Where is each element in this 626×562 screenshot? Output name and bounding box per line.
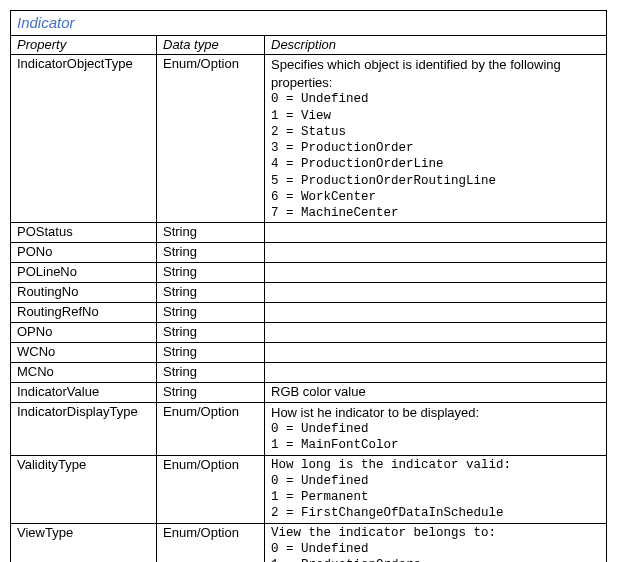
enum-line: 0 = Undefined bbox=[271, 473, 600, 489]
cell-description: How long is the indicator valid: 0 = Und… bbox=[265, 455, 607, 523]
cell-description bbox=[265, 243, 607, 263]
desc-intro: How long is the indicator valid: bbox=[271, 457, 600, 473]
cell-datatype: String bbox=[157, 322, 265, 342]
cell-property: WCNo bbox=[11, 342, 157, 362]
col-header-description: Description bbox=[265, 35, 607, 55]
cell-property: RoutingRefNo bbox=[11, 303, 157, 323]
enum-line: 0 = Undefined bbox=[271, 421, 600, 437]
cell-description: Specifies which object is identified by … bbox=[265, 55, 607, 223]
cell-property: POStatus bbox=[11, 223, 157, 243]
row-wcno: WCNo String bbox=[11, 342, 607, 362]
cell-description bbox=[265, 283, 607, 303]
desc-intro: Specifies which object is identified by … bbox=[271, 56, 600, 91]
cell-property: ValidityType bbox=[11, 455, 157, 523]
cell-property: MCNo bbox=[11, 362, 157, 382]
cell-datatype: Enum/Option bbox=[157, 523, 265, 562]
enum-line: 1 = View bbox=[271, 108, 600, 124]
enum-line: 3 = ProductionOrder bbox=[271, 140, 600, 156]
desc-intro: How ist he indicator to be displayed: bbox=[271, 404, 600, 422]
table-title: Indicator bbox=[11, 11, 607, 36]
cell-description: RGB color value bbox=[265, 382, 607, 402]
enum-line: 2 = Status bbox=[271, 124, 600, 140]
cell-datatype: String bbox=[157, 243, 265, 263]
cell-property: RoutingNo bbox=[11, 283, 157, 303]
cell-description: View the indicator belongs to: 0 = Undef… bbox=[265, 523, 607, 562]
enum-line: 7 = MachineCenter bbox=[271, 205, 600, 221]
cell-datatype: String bbox=[157, 263, 265, 283]
cell-property: POLineNo bbox=[11, 263, 157, 283]
cell-property: IndicatorValue bbox=[11, 382, 157, 402]
row-routingno: RoutingNo String bbox=[11, 283, 607, 303]
cell-property: PONo bbox=[11, 243, 157, 263]
row-polineno: POLineNo String bbox=[11, 263, 607, 283]
enum-line: 1 = Permanent bbox=[271, 489, 600, 505]
cell-datatype: Enum/Option bbox=[157, 455, 265, 523]
enum-line: 1 = ProductionOrders bbox=[271, 557, 600, 562]
row-pono: PONo String bbox=[11, 243, 607, 263]
enum-line: 0 = Undefined bbox=[271, 541, 600, 557]
cell-description bbox=[265, 342, 607, 362]
enum-line: 5 = ProductionOrderRoutingLine bbox=[271, 173, 600, 189]
cell-description bbox=[265, 362, 607, 382]
cell-datatype: Enum/Option bbox=[157, 55, 265, 223]
cell-description: How ist he indicator to be displayed: 0 … bbox=[265, 402, 607, 455]
row-indicatordisplaytype: IndicatorDisplayType Enum/Option How ist… bbox=[11, 402, 607, 455]
row-mcno: MCNo String bbox=[11, 362, 607, 382]
cell-description bbox=[265, 303, 607, 323]
col-header-property: Property bbox=[11, 35, 157, 55]
row-indicatorvalue: IndicatorValue String RGB color value bbox=[11, 382, 607, 402]
row-validitytype: ValidityType Enum/Option How long is the… bbox=[11, 455, 607, 523]
row-opno: OPNo String bbox=[11, 322, 607, 342]
cell-datatype: String bbox=[157, 382, 265, 402]
cell-datatype: String bbox=[157, 342, 265, 362]
cell-description bbox=[265, 322, 607, 342]
row-routingrefno: RoutingRefNo String bbox=[11, 303, 607, 323]
cell-property: IndicatorDisplayType bbox=[11, 402, 157, 455]
enum-line: 0 = Undefined bbox=[271, 91, 600, 107]
enum-line: 4 = ProductionOrderLine bbox=[271, 156, 600, 172]
row-viewtype: ViewType Enum/Option View the indicator … bbox=[11, 523, 607, 562]
cell-datatype: String bbox=[157, 223, 265, 243]
cell-datatype: String bbox=[157, 362, 265, 382]
cell-description bbox=[265, 223, 607, 243]
table-title-row: Indicator bbox=[11, 11, 607, 36]
col-header-datatype: Data type bbox=[157, 35, 265, 55]
cell-property: OPNo bbox=[11, 322, 157, 342]
enum-line: 1 = MainFontColor bbox=[271, 437, 600, 453]
cell-property: ViewType bbox=[11, 523, 157, 562]
cell-datatype: Enum/Option bbox=[157, 402, 265, 455]
indicator-table: Indicator Property Data type Description… bbox=[10, 10, 607, 562]
cell-property: IndicatorObjectType bbox=[11, 55, 157, 223]
enum-line: 6 = WorkCenter bbox=[271, 189, 600, 205]
row-postatus: POStatus String bbox=[11, 223, 607, 243]
desc-intro: View the indicator belongs to: bbox=[271, 525, 600, 541]
cell-description bbox=[265, 263, 607, 283]
table-header-row: Property Data type Description bbox=[11, 35, 607, 55]
enum-line: 2 = FirstChangeOfDataInSchedule bbox=[271, 505, 600, 521]
cell-datatype: String bbox=[157, 283, 265, 303]
cell-datatype: String bbox=[157, 303, 265, 323]
row-indicator-object-type: IndicatorObjectType Enum/Option Specifie… bbox=[11, 55, 607, 223]
